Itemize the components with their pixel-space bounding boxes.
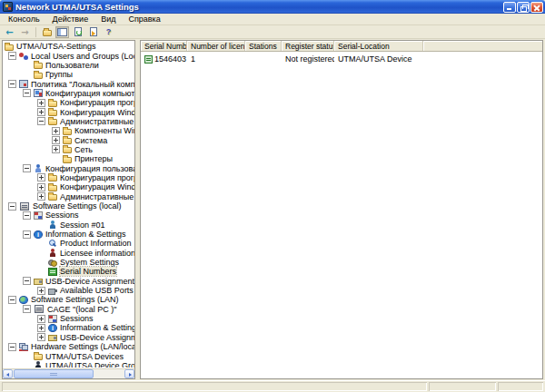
tree-item[interactable]: Licensee information: [5, 249, 134, 258]
tree-item[interactable]: USB-Device Assignment(s): [5, 333, 134, 342]
gears-icon: [48, 259, 57, 267]
column-header[interactable]: Serial-Location: [334, 41, 423, 51]
tree-item[interactable]: USB-Device Assignment(s): [5, 277, 134, 286]
expand-plus-icon[interactable]: [37, 99, 45, 107]
scroll-left-arrow-icon[interactable]: [3, 369, 13, 378]
tree-item[interactable]: Hardware Settings (LAN/local): [5, 342, 134, 351]
tree-item[interactable]: Пользователи: [5, 61, 134, 70]
column-header[interactable]: Stations: [245, 41, 282, 51]
scrollbar-thumb[interactable]: [14, 369, 94, 378]
tree-item[interactable]: Принтеры: [5, 154, 134, 163]
column-header[interactable]: Number of licenses: [187, 41, 245, 51]
tree-item[interactable]: Session #01: [5, 220, 134, 230]
expand-plus-icon[interactable]: [37, 324, 45, 332]
minimize-button[interactable]: [503, 2, 516, 13]
expand-plus-icon[interactable]: [37, 287, 45, 295]
collapse-minus-icon[interactable]: [23, 230, 31, 239]
computer-icon: [34, 89, 43, 97]
tree-item[interactable]: Группы: [5, 70, 134, 79]
scroll-right-arrow-icon[interactable]: [124, 369, 134, 378]
tree-item[interactable]: Административные шаблоны: [5, 117, 134, 126]
collapse-minus-icon[interactable]: [23, 277, 31, 285]
tree-item[interactable]: Конфигурация программ: [5, 98, 134, 107]
scrollbar-track[interactable]: [13, 369, 124, 378]
mmc-window: Network UTMA/UTSA Settings КонсольДейств…: [0, 0, 545, 392]
list-cell: 1546403: [141, 54, 187, 64]
expand-plus-icon[interactable]: [37, 108, 45, 116]
tree-item[interactable]: UTMA/UTSA-Settings: [5, 42, 134, 51]
tree-item-label: CAGE "(local PC )": [47, 305, 116, 314]
list-row[interactable]: 15464031Not registeredUTMA/UTSA Device: [141, 54, 542, 64]
tree-item[interactable]: Конфигурация пользователя: [5, 163, 134, 172]
tree-item-label: Компоненты Windows: [74, 126, 134, 135]
serial-icon: [48, 268, 57, 276]
collapse-minus-icon[interactable]: [23, 211, 31, 220]
tree-item[interactable]: CAGE "(local PC )": [5, 305, 134, 314]
export-list-button[interactable]: [86, 26, 100, 38]
title-bar[interactable]: Network UTMA/UTSA Settings: [0, 0, 545, 14]
tree-item[interactable]: Product Information: [5, 239, 134, 248]
menu-item[interactable]: Справка: [122, 14, 166, 24]
tree-item[interactable]: Конфигурация Windows: [5, 107, 134, 116]
tree-item-label: Software Settings (LAN): [31, 295, 119, 304]
expand-plus-icon[interactable]: [37, 192, 45, 201]
restore-button[interactable]: [517, 2, 530, 13]
collapse-minus-icon[interactable]: [23, 164, 31, 172]
tree-item[interactable]: Local Users and Groups (Local): [5, 51, 134, 60]
tree-indent: [5, 365, 34, 366]
collapse-minus-icon[interactable]: [8, 52, 16, 60]
refresh-button[interactable]: [71, 26, 84, 38]
tree-item[interactable]: Sessions: [5, 211, 134, 220]
tree-item[interactable]: Software Settings (LAN): [5, 295, 134, 304]
collapse-minus-icon[interactable]: [37, 117, 45, 125]
tree-item[interactable]: Система: [5, 135, 134, 144]
tree-item[interactable]: Конфигурация программ: [5, 173, 134, 182]
expand-plus-icon[interactable]: [37, 183, 45, 191]
tree-horizontal-scrollbar[interactable]: [3, 368, 134, 378]
collapse-minus-icon[interactable]: [8, 202, 16, 211]
close-button[interactable]: [530, 2, 543, 13]
tree-item[interactable]: Компоненты Windows: [5, 126, 134, 135]
tree: UTMA/UTSA-SettingsLocal Users and Groups…: [5, 42, 134, 368]
expand-plus-icon[interactable]: [37, 173, 45, 181]
expand-plus-icon[interactable]: [52, 145, 60, 153]
collapse-minus-icon[interactable]: [8, 296, 16, 304]
serial-item-icon: [144, 55, 153, 64]
tree-item[interactable]: Information & Settings: [5, 230, 134, 239]
help-button[interactable]: ?: [102, 26, 115, 38]
collapse-minus-icon[interactable]: [23, 305, 31, 313]
back-button[interactable]: ←: [3, 26, 16, 38]
folder-icon: [34, 63, 43, 69]
menu-item[interactable]: Консоль: [2, 14, 46, 24]
menu-item[interactable]: Действие: [46, 14, 95, 24]
expand-plus-icon[interactable]: [52, 127, 60, 135]
expand-plus-icon[interactable]: [37, 315, 45, 323]
collapse-minus-icon[interactable]: [8, 343, 16, 351]
column-header[interactable]: Register status: [282, 41, 334, 51]
show-hide-tree-button[interactable]: [55, 26, 69, 38]
tree-item[interactable]: UTMA/UTSA Device Group(s): [5, 361, 134, 368]
tree-item[interactable]: Serial Numbers: [5, 267, 134, 276]
device-group-icon: [34, 361, 43, 368]
menu-item[interactable]: Вид: [94, 14, 122, 24]
tree-item[interactable]: System Settings: [5, 258, 134, 267]
tree-item[interactable]: Sessions: [5, 314, 134, 323]
forward-button[interactable]: →: [18, 26, 32, 38]
up-folder-button[interactable]: [40, 26, 54, 38]
column-header[interactable]: Serial Number: [141, 41, 187, 51]
tree-item[interactable]: Административные шаблоны: [5, 192, 134, 201]
collapse-minus-icon[interactable]: [8, 80, 16, 88]
tree-item[interactable]: Конфигурация Windows: [5, 182, 134, 191]
tree-item[interactable]: Сеть: [5, 145, 134, 154]
tree-indent: [5, 309, 23, 309]
tree-item[interactable]: Конфигурация компьютера: [5, 89, 134, 98]
tree-item[interactable]: Политика "Локальный компьютер": [5, 79, 134, 88]
tree-item[interactable]: Available USB Ports (HOST-PC), Sett: [5, 286, 134, 295]
expand-plus-icon[interactable]: [52, 136, 60, 144]
collapse-minus-icon[interactable]: [23, 89, 31, 97]
tree-item[interactable]: Information & Settings: [5, 323, 134, 332]
server-icon: [20, 202, 29, 211]
tree-item[interactable]: Software Settings (local): [5, 201, 134, 211]
tree-item[interactable]: UTMA/UTSA Devices: [5, 351, 134, 360]
expand-plus-icon[interactable]: [37, 333, 45, 341]
